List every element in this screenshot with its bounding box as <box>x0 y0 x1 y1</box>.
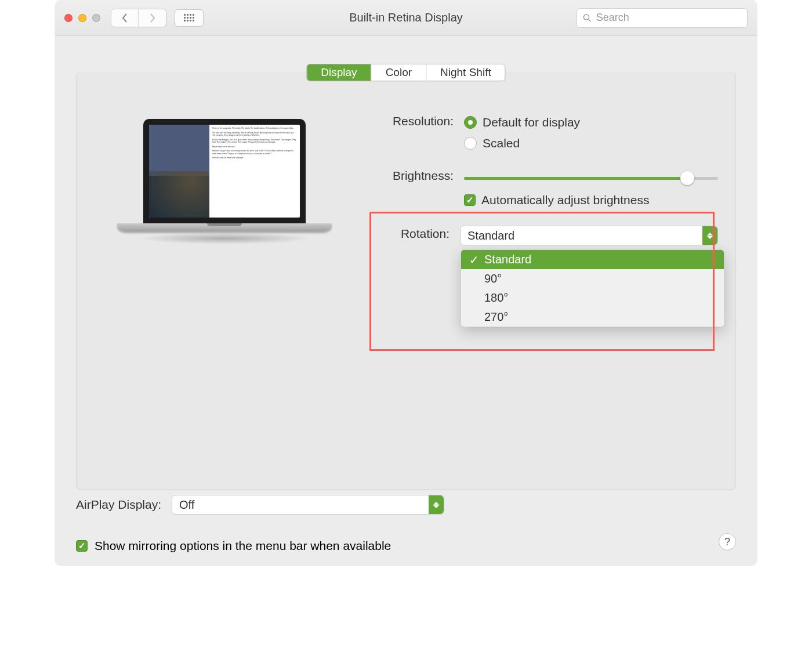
forward-button[interactable] <box>139 9 166 27</box>
rotation-option-270[interactable]: 270° <box>461 307 724 327</box>
airplay-current-value: Off <box>179 498 194 512</box>
grid-icon <box>184 14 194 22</box>
nav-back-forward <box>111 9 166 27</box>
tab-color[interactable]: Color <box>371 64 426 81</box>
resolution-scaled-radio[interactable]: Scaled <box>464 136 718 150</box>
preferences-window: Built-in Retina Display Display Color Ni… <box>55 0 757 566</box>
rotation-current-value: Standard <box>467 229 514 242</box>
airplay-row: AirPlay Display: Off <box>76 495 736 515</box>
zoom-window-icon <box>92 14 100 22</box>
auto-brightness-label: Automatically adjust brightness <box>481 193 649 207</box>
close-window-icon[interactable] <box>64 14 72 22</box>
stepper-icon <box>702 226 717 245</box>
brightness-label: Brightness: <box>361 168 454 183</box>
rotation-select[interactable]: Standard Standard 90° 180° 270° <box>460 226 718 245</box>
mirroring-checkbox[interactable]: ✓ Show mirroring options in the menu bar… <box>76 539 736 553</box>
settings-panel: Display Color Night Shift Here's to the … <box>76 72 736 490</box>
bottom-area: AirPlay Display: Off ✓ Show mirroring op… <box>76 495 736 553</box>
rotation-row: Rotation: Standard Standard 90° 180° 270… <box>361 226 718 245</box>
radio-checked-icon <box>464 116 477 129</box>
rotation-option-90[interactable]: 90° <box>461 269 724 288</box>
resolution-row: Resolution: Default for display Scaled <box>361 113 718 157</box>
resolution-scaled-label: Scaled <box>483 136 520 150</box>
search-field[interactable] <box>577 8 748 28</box>
checkbox-checked-icon: ✓ <box>464 194 476 206</box>
display-preview-icon: Here's to the crazy ones. The misfits. T… <box>117 119 332 244</box>
tab-display[interactable]: Display <box>307 64 371 81</box>
airplay-label: AirPlay Display: <box>76 498 161 512</box>
tab-night-shift[interactable]: Night Shift <box>426 64 505 81</box>
tab-bar: Display Color Night Shift <box>306 64 505 81</box>
minimize-window-icon[interactable] <box>78 14 86 22</box>
window-toolbar: Built-in Retina Display <box>55 0 757 36</box>
resolution-label: Resolution: <box>361 113 454 128</box>
help-icon: ? <box>724 536 730 548</box>
stepper-icon <box>429 495 444 514</box>
back-button[interactable] <box>111 9 139 27</box>
rotation-dropdown: Standard 90° 180° 270° <box>461 249 724 327</box>
svg-point-0 <box>583 15 589 20</box>
resolution-default-radio[interactable]: Default for display <box>464 115 718 129</box>
brightness-row: Brightness: ✓ Automatically adjust brigh… <box>361 168 718 207</box>
search-icon <box>583 13 592 23</box>
rotation-option-180[interactable]: 180° <box>461 288 724 307</box>
radio-unchecked-icon <box>464 137 477 150</box>
rotation-label: Rotation: <box>361 226 449 241</box>
search-input[interactable] <box>596 12 741 24</box>
resolution-default-label: Default for display <box>483 115 580 129</box>
checkbox-checked-icon: ✓ <box>76 540 88 552</box>
mirroring-label: Show mirroring options in the menu bar w… <box>95 539 391 553</box>
rotation-option-standard[interactable]: Standard <box>461 250 724 269</box>
brightness-slider[interactable] <box>464 172 718 184</box>
show-all-button[interactable] <box>175 9 204 27</box>
auto-brightness-checkbox[interactable]: ✓ Automatically adjust brightness <box>464 193 718 207</box>
airplay-select[interactable]: Off <box>172 495 444 515</box>
slider-thumb-icon[interactable] <box>680 171 694 185</box>
display-settings-form: Resolution: Default for display Scaled B… <box>361 113 718 256</box>
svg-line-1 <box>589 19 591 21</box>
help-button[interactable]: ? <box>719 533 736 551</box>
window-controls <box>64 14 100 22</box>
